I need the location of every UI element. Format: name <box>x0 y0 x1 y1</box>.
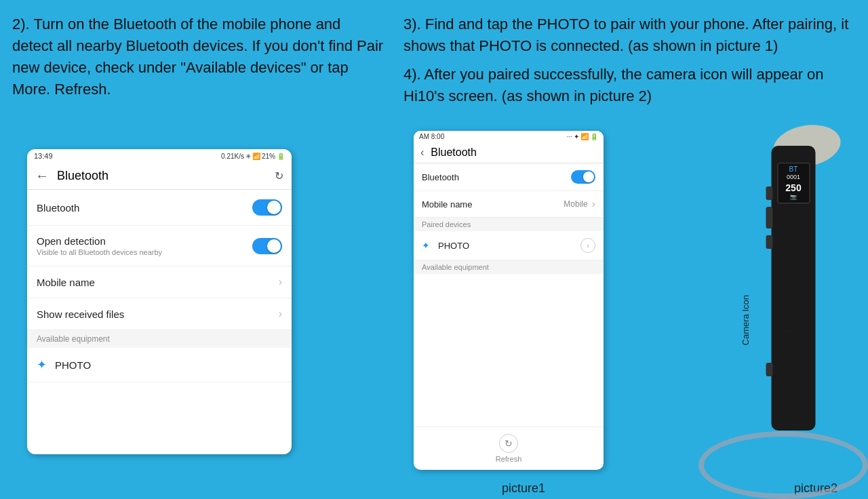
phone2-available-section: Available equipment <box>414 260 604 274</box>
phone2-mobile-name-row[interactable]: Mobile name Mobile › <box>414 191 604 218</box>
phone2-time: AM 8:00 <box>419 133 444 140</box>
phone1-mobile-name-row[interactable]: Mobile name › <box>27 266 292 298</box>
phone1-header: ← Bluetooth ↻ <box>27 163 292 190</box>
bluetooth-device-icon: ✦ <box>37 357 47 372</box>
mobile-name-label: Mobile name <box>37 277 95 288</box>
phone1-show-received-row[interactable]: Show received files › <box>27 298 292 330</box>
phone1-bluetooth-row: Bluetooth <box>27 190 292 226</box>
phone2-mobile-name-label: Mobile name <box>422 199 472 209</box>
phone-mockup-1: 13:49 0.21K/s ✳ 📶 21% 🔋 ← Bluetooth ↻ Bl… <box>27 149 292 454</box>
phone2-back-arrow[interactable]: ‹ <box>420 146 424 159</box>
phone2-header: ‹ Bluetooth <box>414 142 604 163</box>
phone2-mobile-name-value: Mobile <box>564 199 587 209</box>
camera-button-plus <box>766 207 773 228</box>
phone1-bluetooth-label: Bluetooth <box>37 202 79 214</box>
phone2-mobile-chevron: › <box>592 198 595 210</box>
camera-icon-arrow: — <box>785 325 794 336</box>
back-arrow-icon[interactable]: ← <box>35 168 49 184</box>
camera-screen: BT 0001 250 📷 <box>777 163 810 203</box>
phone2-refresh-button[interactable]: ↻ Refresh <box>414 426 604 470</box>
camera-button-top <box>766 186 773 200</box>
phone2-bluetooth-label: Bluetooth <box>422 172 459 182</box>
phone1-time: 13:49 <box>34 152 53 160</box>
picture1-label: picture1 <box>502 481 545 496</box>
phone2-paired-section: Paired devices <box>414 218 604 231</box>
phone2-bluetooth-toggle[interactable] <box>571 170 595 184</box>
refresh-circle-icon: ↻ <box>499 434 518 453</box>
step3-text: 3). Find and tap the PHOTO to pair with … <box>403 14 851 107</box>
phone1-status-icons: 0.21K/s ✳ 📶 21% 🔋 <box>221 153 285 160</box>
camera-button-bottom <box>766 363 773 376</box>
camera-button-minus <box>766 235 773 249</box>
show-received-label: Show received files <box>37 308 124 320</box>
open-detection-label: Open detection <box>37 235 162 247</box>
refresh-icon[interactable]: ↻ <box>275 169 283 182</box>
phone2-refresh-label: Refresh <box>496 455 522 463</box>
open-detection-toggle[interactable] <box>252 238 282 254</box>
phone2-bluetooth-device-icon: ✦ <box>422 240 430 251</box>
phone1-section-header: Available equipment <box>27 330 292 348</box>
phone1-open-detection-row: Open detection Visible to all Bluetooth … <box>27 226 292 266</box>
phone2-title: Bluetooth <box>431 146 477 159</box>
phone1-title: Bluetooth <box>57 169 275 183</box>
mobile-name-chevron: › <box>279 276 282 288</box>
phone2-device-name: PHOTO <box>438 241 469 251</box>
phone2-device-chevron[interactable]: › <box>580 238 595 253</box>
phone-mockup-2: AM 8:00 ··· ✦ 📶 🔋 ‹ Bluetooth Bluetooth … <box>414 131 604 470</box>
phone2-status-bar: AM 8:00 ··· ✦ 📶 🔋 <box>414 131 604 142</box>
cable-decoration <box>698 431 868 499</box>
show-received-chevron: › <box>279 308 282 320</box>
camera-body: BT 0001 250 📷 <box>772 146 816 431</box>
open-detection-sub: Visible to all Bluetooth devices nearby <box>37 248 162 256</box>
phone1-device-name: PHOTO <box>55 359 91 371</box>
phone1-bluetooth-toggle[interactable] <box>252 199 282 216</box>
phone1-device-row[interactable]: ✦ PHOTO <box>27 348 292 382</box>
camera-device: BT 0001 250 📷 Camera Icon — <box>739 125 848 458</box>
camera-icon-label: Camera Icon <box>741 295 751 345</box>
phone2-device-row[interactable]: ✦ PHOTO › <box>414 231 604 260</box>
phone2-bluetooth-row: Bluetooth <box>414 163 604 191</box>
phone1-status-bar: 13:49 0.21K/s ✳ 📶 21% 🔋 <box>27 149 292 163</box>
step2-text: 2). Turn on the Bluetooth of the mobile … <box>12 14 385 100</box>
